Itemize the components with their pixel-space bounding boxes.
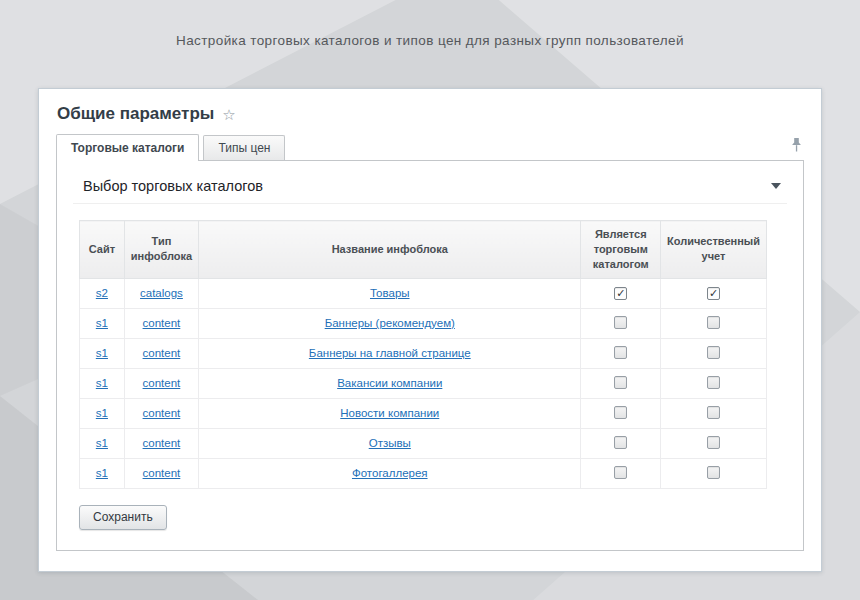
favorite-star-icon[interactable]: ☆ (222, 107, 235, 122)
site-link[interactable]: s1 (96, 317, 108, 329)
header-iblock-type: Тип инфоблока (124, 221, 198, 279)
section-header: Выбор торговых каталогов (73, 171, 787, 204)
site-link[interactable]: s2 (96, 287, 108, 299)
iblock-name-link[interactable]: Вакансии компании (337, 377, 442, 389)
catalogs-table: Сайт Тип инфоблока Название инфоблока Яв… (79, 220, 767, 489)
chevron-down-icon[interactable] (771, 183, 781, 189)
iblock-name-link[interactable]: Товары (370, 287, 410, 299)
table-header-row: Сайт Тип инфоблока Название инфоблока Яв… (80, 221, 767, 279)
table-row: s1contentФотогаллерея (80, 458, 767, 488)
iblock-name-link[interactable]: Баннеры (рекомендуем) (325, 317, 455, 329)
iblock-type-link[interactable]: content (143, 437, 181, 449)
header-site: Сайт (80, 221, 125, 279)
iblock-name-link[interactable]: Новости компании (340, 407, 439, 419)
tabs-bar: Торговые каталоги Типы цен (56, 134, 804, 161)
site-link[interactable]: s1 (96, 347, 108, 359)
quantity-checkbox[interactable] (707, 316, 720, 329)
settings-panel: Общие параметры ☆ Торговые каталоги Типы… (38, 88, 822, 572)
header-is-catalog: Является торговым каталогом (581, 221, 661, 279)
table-body: s2catalogsТовары✓✓s1contentБаннеры (реко… (80, 278, 767, 488)
site-link[interactable]: s1 (96, 407, 108, 419)
quantity-checkbox[interactable]: ✓ (707, 287, 720, 300)
table-row: s1contentБаннеры на главной странице (80, 338, 767, 368)
tab-content: Выбор торговых каталогов Сайт Тип инфобл… (56, 160, 804, 551)
iblock-name-link[interactable]: Баннеры на главной странице (309, 347, 471, 359)
site-link[interactable]: s1 (96, 377, 108, 389)
is-catalog-checkbox[interactable] (614, 346, 627, 359)
save-button[interactable]: Сохранить (79, 505, 167, 530)
section-title: Выбор торговых каталогов (83, 178, 263, 194)
is-catalog-checkbox[interactable]: ✓ (614, 287, 627, 300)
page-title: Общие параметры (57, 104, 214, 124)
iblock-name-link[interactable]: Фотогаллерея (352, 467, 428, 479)
quantity-checkbox[interactable] (707, 436, 720, 449)
table-row: s1contentОтзывы (80, 428, 767, 458)
site-link[interactable]: s1 (96, 467, 108, 479)
table-row: s2catalogsТовары✓✓ (80, 278, 767, 308)
table-row: s1contentНовости компании (80, 398, 767, 428)
catalogs-table-wrap: Сайт Тип инфоблока Название инфоблока Яв… (79, 220, 787, 489)
iblock-type-link[interactable]: content (143, 377, 181, 389)
iblock-type-link[interactable]: catalogs (140, 287, 183, 299)
header-quantity: Количественный учет (661, 221, 767, 279)
is-catalog-checkbox[interactable] (614, 406, 627, 419)
header-iblock-name: Название инфоблока (199, 221, 581, 279)
tab-price-types[interactable]: Типы цен (203, 135, 285, 161)
site-link[interactable]: s1 (96, 437, 108, 449)
pin-icon[interactable] (791, 137, 802, 152)
quantity-checkbox[interactable] (707, 346, 720, 359)
iblock-type-link[interactable]: content (143, 317, 181, 329)
is-catalog-checkbox[interactable] (614, 436, 627, 449)
page-caption: Настройка торговых каталогов и типов цен… (0, 33, 860, 48)
is-catalog-checkbox[interactable] (614, 466, 627, 479)
iblock-type-link[interactable]: content (143, 347, 181, 359)
is-catalog-checkbox[interactable] (614, 376, 627, 389)
quantity-checkbox[interactable] (707, 376, 720, 389)
table-row: s1contentБаннеры (рекомендуем) (80, 308, 767, 338)
quantity-checkbox[interactable] (707, 406, 720, 419)
iblock-name-link[interactable]: Отзывы (369, 437, 411, 449)
iblock-type-link[interactable]: content (143, 407, 181, 419)
quantity-checkbox[interactable] (707, 466, 720, 479)
panel-header: Общие параметры ☆ (56, 102, 804, 134)
tab-trade-catalogs[interactable]: Торговые каталоги (56, 134, 199, 161)
table-row: s1contentВакансии компании (80, 368, 767, 398)
is-catalog-checkbox[interactable] (614, 316, 627, 329)
iblock-type-link[interactable]: content (143, 467, 181, 479)
